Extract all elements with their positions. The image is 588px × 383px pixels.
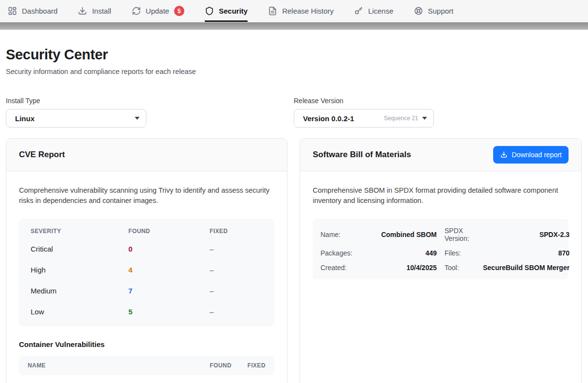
table-row-medium: Medium 7 – [19, 280, 274, 301]
sbom-description: Comprehensive SBOM in SPDX format provid… [313, 185, 569, 206]
shield-icon [205, 6, 214, 16]
sbom-info-grid: Name: Combined SBOM SPDX Version: SPDX-2… [313, 219, 569, 279]
sbom-card-body: Comprehensive SBOM in SPDX format provid… [300, 171, 581, 293]
sbom-created-label: Created: [321, 264, 364, 272]
col-fixed: FIXED [210, 228, 263, 235]
table-row-high: High 4 – [19, 259, 274, 280]
key-icon [354, 6, 363, 16]
sbom-card: Software Bill of Materials Download repo… [300, 138, 582, 383]
download-icon [78, 6, 87, 16]
sbom-name-value: Combined SBOM [364, 231, 437, 238]
page-subtitle: Security information and compliance repo… [6, 68, 582, 75]
nav-item-license[interactable]: License [354, 0, 393, 22]
sbom-files-label: Files: [437, 249, 483, 257]
install-type-filter: Install Type Linux [6, 97, 282, 128]
sbom-tool-label: Tool: [437, 264, 483, 272]
release-version-label: Release Version [294, 97, 570, 105]
nav-item-support[interactable]: Support [414, 0, 454, 22]
page-title: Security Center [6, 47, 582, 63]
severity-table: SEVERITY FOUND FIXED Critical 0 – High 4… [19, 219, 274, 326]
chevron-down-icon [135, 117, 140, 120]
cve-card-body: Comprehensive vulnerability scanning usi… [6, 171, 287, 383]
top-nav: Dashboard Install Update 5 Security Rele… [0, 0, 588, 22]
cve-card-header: CVE Report [6, 139, 287, 171]
nav-label: License [368, 7, 393, 15]
refresh-icon [132, 6, 141, 16]
sbom-created-value: 10/4/2025 [364, 264, 437, 272]
nav-label: Install [92, 7, 111, 15]
install-type-select[interactable]: Linux [6, 109, 146, 128]
col-fixed: FIXED [239, 362, 266, 369]
nav-item-update[interactable]: Update 5 [132, 0, 184, 22]
download-icon [500, 151, 508, 159]
download-report-button[interactable]: Download report [493, 146, 569, 164]
download-report-label: Download report [512, 151, 562, 159]
nav-label: Security [219, 7, 248, 15]
sbom-spdx-label: SPDX Version: [437, 227, 483, 242]
sequence-label: Sequence 21 [384, 115, 418, 122]
nav-label: Support [428, 7, 454, 15]
nav-label: Dashboard [22, 7, 57, 15]
release-version-select[interactable]: Version 0.0.2-1 Sequence 21 [294, 109, 434, 128]
sbom-spdx-value: SPDX-2.3 [483, 231, 570, 238]
update-count-badge: 5 [174, 6, 184, 16]
severity-table-header: SEVERITY FOUND FIXED [19, 220, 274, 238]
cve-card-title: CVE Report [19, 150, 65, 160]
sbom-tool-value: SecureBuild SBOM Merger [483, 264, 570, 272]
sbom-name-label: Name: [321, 231, 364, 238]
filters-row: Install Type Linux Release Version Versi… [6, 97, 582, 128]
sbom-card-title: Software Bill of Materials [313, 150, 411, 160]
table-row-critical: Critical 0 – [19, 238, 274, 259]
nav-label: Release History [282, 7, 334, 15]
table-row-low: Low 5 – [19, 301, 274, 322]
col-severity: SEVERITY [31, 228, 128, 235]
install-type-value: Linux [15, 114, 35, 123]
cards-row: CVE Report Comprehensive vulnerability s… [6, 138, 582, 383]
page-content: Security Center Security information and… [0, 47, 588, 383]
life-buoy-icon [414, 6, 423, 16]
nav-label: Update [146, 7, 169, 15]
install-type-label: Install Type [6, 97, 282, 105]
release-version-value: Version 0.0.2-1 [303, 114, 354, 123]
col-found: FOUND [193, 362, 232, 369]
cve-description: Comprehensive vulnerability scanning usi… [19, 185, 274, 206]
sbom-packages-value: 449 [364, 249, 437, 257]
col-name: NAME [28, 362, 185, 369]
container-vulnerabilities-title: Container Vulnerabilities [19, 340, 274, 348]
sbom-files-value: 870 [483, 249, 570, 257]
sbom-card-header: Software Bill of Materials Download repo… [300, 139, 581, 171]
nav-item-install[interactable]: Install [78, 0, 111, 22]
dashboard-icon [8, 6, 17, 16]
col-found: FOUND [128, 228, 210, 235]
file-text-icon [268, 6, 277, 16]
nav-item-release-history[interactable]: Release History [268, 0, 334, 22]
container-table-header: NAME FOUND FIXED [19, 356, 274, 375]
chevron-down-icon [422, 117, 427, 120]
release-version-filter: Release Version Version 0.0.2-1 Sequence… [294, 97, 570, 128]
nav-item-security[interactable]: Security [205, 0, 248, 22]
divider-band [0, 22, 588, 30]
cve-report-card: CVE Report Comprehensive vulnerability s… [6, 138, 287, 383]
nav-item-dashboard[interactable]: Dashboard [8, 0, 57, 22]
sbom-packages-label: Packages: [321, 249, 364, 257]
